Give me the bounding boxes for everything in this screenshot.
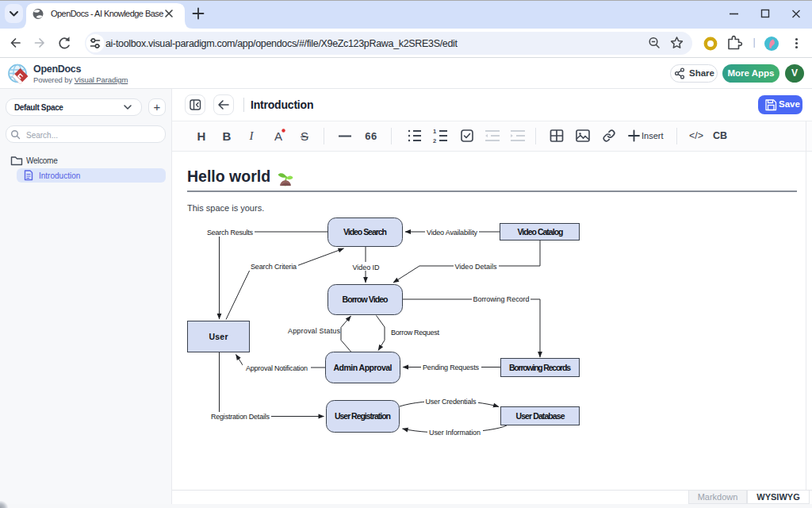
svg-text:Admin Approval: Admin Approval xyxy=(334,363,393,372)
svg-text:Video Details: Video Details xyxy=(455,263,498,271)
svg-text:Approval Status: Approval Status xyxy=(288,327,341,335)
svg-text:User Database: User Database xyxy=(516,411,565,421)
svg-text:User Credentials: User Credentials xyxy=(426,398,477,406)
svg-text:User: User xyxy=(209,332,228,341)
svg-text:User Registration: User Registration xyxy=(335,411,391,421)
svg-text:Borrow Video: Borrow Video xyxy=(343,294,389,304)
svg-text:User Information: User Information xyxy=(429,429,481,437)
svg-text:Video Search: Video Search xyxy=(343,227,387,237)
svg-text:Pending Requests: Pending Requests xyxy=(423,364,480,371)
svg-text:Registration Details: Registration Details xyxy=(211,413,270,421)
svg-text:Borrowing Records: Borrowing Records xyxy=(509,363,571,372)
svg-text:Video Catalog: Video Catalog xyxy=(518,227,564,237)
svg-text:Search Results: Search Results xyxy=(207,229,254,237)
svg-text:Approval Notification: Approval Notification xyxy=(246,364,308,372)
svg-text:Video ID: Video ID xyxy=(353,264,381,271)
svg-text:Borrow Request: Borrow Request xyxy=(391,329,439,337)
svg-text:Borrowing Record: Borrowing Record xyxy=(473,295,530,303)
svg-text:Video Availability: Video Availability xyxy=(427,229,478,237)
svg-text:Search Criteria: Search Criteria xyxy=(251,263,297,271)
